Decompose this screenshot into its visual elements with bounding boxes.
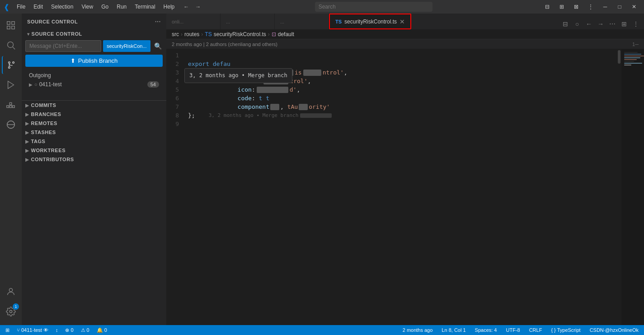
statusbar-language-button[interactable]: { } TypeScript — [549, 325, 582, 335]
warning-count: 0 — [87, 327, 89, 333]
activity-search[interactable] — [2, 36, 20, 54]
activity-settings[interactable]: 1 — [2, 302, 20, 321]
section-tags[interactable]: ▶ TAGS — [22, 137, 166, 146]
commits-label: COMMITS — [31, 102, 56, 108]
statusbar-remote-button[interactable]: ⊞ — [4, 325, 11, 335]
branches-label: BRANCHES — [31, 112, 61, 117]
statusbar-position-button[interactable]: Ln 8, Col 1 — [440, 325, 467, 335]
statusbar-encoding-button[interactable]: UTF-8 — [504, 325, 522, 335]
menu-selection[interactable]: Selection — [47, 3, 77, 11]
error-count: 0 — [71, 327, 73, 333]
code-line-2: export defau — [188, 60, 613, 68]
outgoing-label: Outgoing — [27, 71, 161, 79]
more-editor-actions[interactable]: ⋯ — [607, 19, 618, 29]
section-worktrees[interactable]: ▶ WORKTREES — [22, 146, 166, 155]
activity-accounts[interactable] — [2, 283, 20, 301]
menu-go[interactable]: Go — [98, 3, 112, 11]
close-button[interactable]: ✕ — [628, 2, 640, 12]
statusbar-remote-status[interactable]: 2 months ago — [401, 325, 435, 335]
activity-run-debug[interactable] — [2, 76, 20, 94]
worktrees-expand-icon: ▶ — [25, 148, 29, 153]
section-commits[interactable]: ▶ COMMITS — [22, 101, 166, 110]
statusbar-line-ending-button[interactable]: CRLF — [527, 325, 544, 335]
statusbar-right: 2 months ago Ln 8, Col 1 Spaces: 4 UTF-8… — [401, 325, 640, 335]
section-branches[interactable]: ▶ BRANCHES — [22, 110, 166, 119]
nav-back-button[interactable]: ← — [181, 1, 192, 12]
branches-expand-icon: ▶ — [25, 112, 29, 117]
search-commits-button[interactable]: 🔍 — [152, 42, 164, 51]
layout-options-button[interactable]: ⊞ — [619, 19, 630, 29]
menu-help[interactable]: Help — [160, 3, 179, 11]
remote-status-label: 2 months ago — [403, 327, 433, 333]
split-button[interactable]: ⊠ — [570, 2, 583, 12]
notification-count: 0 — [104, 327, 107, 333]
go-forward-button[interactable]: → — [595, 19, 606, 29]
activity-remote-explorer[interactable] — [2, 116, 20, 134]
nav-forward-button[interactable]: → — [193, 1, 203, 12]
panel-button[interactable]: ⊞ — [555, 2, 568, 12]
statusbar-spaces-button[interactable]: Spaces: 4 — [473, 325, 499, 335]
svg-rect-0 — [7, 22, 10, 24]
branch-select-button[interactable]: securityRiskCon... — [103, 40, 150, 52]
minimize-button[interactable]: ─ — [599, 2, 611, 12]
go-back-button[interactable]: ← — [583, 19, 594, 29]
outgoing-section: Outgoing ▶ ○ 0411-test 54 — [25, 70, 163, 91]
activity-extensions[interactable] — [2, 96, 20, 114]
menu-run[interactable]: Run — [113, 3, 130, 11]
tab-inactive-2[interactable]: ... — [275, 14, 329, 29]
blame-info: 2 months ago | 2 authors (chenliang and … — [172, 42, 277, 47]
contributors-expand-icon: ▶ — [25, 157, 29, 162]
menu-bar[interactable]: File Edit Selection View Go Run Terminal… — [13, 3, 178, 11]
tab-inactive-0[interactable]: onli... — [166, 14, 221, 29]
git-blame-tooltip: 3, 2 months ago • Merge branch — [184, 68, 292, 83]
statusbar-errors-button[interactable]: ⊗ 0 — [63, 325, 75, 335]
menu-edit[interactable]: Edit — [30, 3, 47, 11]
sidebar-more-actions[interactable]: ··· — [155, 18, 161, 25]
maximize-button[interactable]: □ — [613, 2, 626, 12]
tags-expand-icon: ▶ — [25, 139, 29, 144]
tab-label-1: ... — [226, 19, 230, 24]
remotes-expand-icon: ▶ — [25, 121, 29, 126]
menu-view[interactable]: View — [78, 3, 97, 11]
tab-inactive-1[interactable]: ... — [221, 14, 275, 29]
breadcrumb-file[interactable]: securityRiskControl.ts — [214, 31, 266, 37]
code-content[interactable]: 3, 2 months ago • Merge branch export de… — [184, 49, 617, 325]
svg-point-6 — [9, 67, 10, 69]
statusbar-branch-button[interactable]: ⑂ 0411-test 👁 — [15, 325, 50, 335]
remotes-label: REMOTES — [31, 121, 57, 126]
more-actions-editor-button[interactable]: ⋮ — [630, 19, 641, 29]
publish-branch-button[interactable]: ⬆ Publish Branch — [25, 55, 163, 67]
outgoing-item-0411-test[interactable]: ▶ ○ 0411-test 54 — [27, 79, 161, 89]
language-label: { } TypeScript — [551, 327, 580, 333]
breadcrumb: src › routes › TS securityRiskControl.ts… — [166, 29, 644, 39]
split-editor-button[interactable]: ⊟ — [560, 19, 571, 29]
breadcrumb-symbol[interactable]: default — [278, 31, 294, 37]
menu-file[interactable]: File — [13, 3, 29, 11]
statusbar-warnings-button[interactable]: ⚠ 0 — [79, 325, 91, 335]
section-contributors[interactable]: ▶ CONTRIBUTORS — [22, 155, 166, 164]
toggle-panel-button[interactable]: ○ — [572, 19, 583, 29]
window-controls: ⊟ ⊞ ⊠ ⋮ ─ □ ✕ — [541, 2, 640, 12]
layout-button[interactable]: ⊟ — [541, 2, 554, 12]
tab-close-button[interactable]: ✕ — [400, 19, 405, 25]
titlebar-search-input[interactable] — [315, 2, 432, 12]
statusbar-notifications-button[interactable]: 🔔 0 — [95, 325, 109, 335]
more-actions-button[interactable]: ⋮ — [584, 2, 597, 12]
menu-terminal[interactable]: Terminal — [131, 3, 159, 11]
section-remotes[interactable]: ▶ REMOTES — [22, 119, 166, 128]
section-stashes[interactable]: ▶ STASHES — [22, 128, 166, 137]
activity-explorer[interactable] — [2, 16, 20, 34]
worktrees-label: WORKTREES — [31, 148, 66, 153]
editor-scrollbar[interactable] — [617, 49, 621, 325]
statusbar-feedback[interactable]: CSDN·@hzxOnlineOk — [588, 325, 640, 335]
minimap-line-indicator: 1─ — [632, 42, 639, 47]
code-editor[interactable]: 1 2 3 4 5 6 7 8 9 3, 2 months ago • Merg… — [166, 49, 644, 325]
breadcrumb-src[interactable]: src — [172, 31, 179, 37]
statusbar-sync-button[interactable]: ↕ — [54, 325, 60, 335]
branch-icon: ⑂ — [17, 327, 20, 333]
commit-message-input[interactable] — [25, 40, 101, 52]
svg-line-5 — [13, 47, 15, 49]
breadcrumb-routes[interactable]: routes — [184, 31, 199, 37]
tab-active-security-risk-control[interactable]: TS securityRiskControl.ts ✕ — [329, 14, 411, 29]
activity-source-control[interactable] — [2, 56, 20, 74]
